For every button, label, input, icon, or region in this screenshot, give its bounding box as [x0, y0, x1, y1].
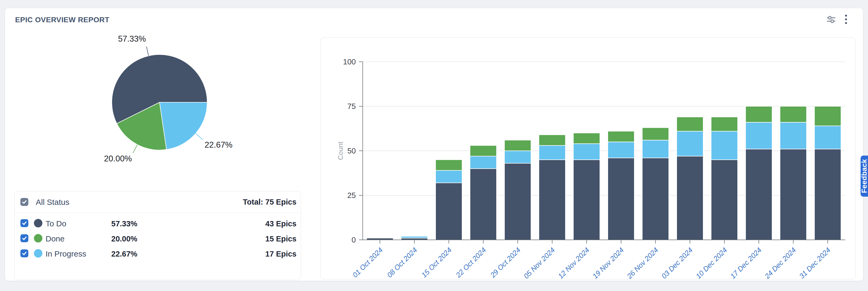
status-percent: 57.33%	[111, 220, 137, 228]
bar-segment-to-do[interactable]	[780, 149, 807, 240]
bar-segment-to-do[interactable]	[814, 149, 841, 240]
bar-segment-in-progress[interactable]	[574, 144, 600, 159]
epic-overview-report-card: EPIC OVERVIEW REPORT 22.67%20.00%57.33%	[5, 8, 863, 281]
pie-slice-label: 20.00%	[104, 154, 132, 163]
epic-count-bar-chart-panel: 01 Oct 202408 Oct 202415 Oct 202422 Oct …	[320, 37, 856, 279]
chart-settings-button[interactable]	[825, 13, 838, 26]
done-checkbox[interactable]	[21, 234, 28, 242]
feedback-label: Feedback	[860, 159, 868, 193]
bar-segment-in-progress[interactable]	[780, 122, 807, 149]
sliders-icon	[827, 14, 836, 24]
status-count: 15 Epics	[265, 235, 297, 243]
x-axis-label: 15 Oct 2024	[420, 246, 453, 279]
x-axis-label: 19 Nov 2024	[591, 246, 625, 279]
x-axis-label: 26 Nov 2024	[625, 246, 660, 279]
bar-segment-to-do[interactable]	[504, 163, 531, 240]
pie-label-connector	[195, 134, 203, 140]
pie-label-connector	[147, 47, 149, 56]
bar-segment-in-progress[interactable]	[539, 146, 565, 160]
y-axis-title: Count	[337, 142, 344, 160]
status-label: In Progress	[45, 250, 86, 258]
bar-segment-to-do[interactable]	[470, 169, 497, 240]
x-axis-label: 17 Dec 2024	[729, 246, 763, 279]
x-axis-label: 29 Oct 2024	[489, 246, 522, 279]
page: { "header": { "title": "EPIC OVERVIEW RE…	[0, 0, 868, 291]
stacked-bar-chart: 01 Oct 202408 Oct 202415 Oct 202422 Oct …	[320, 38, 856, 279]
bar-segment-in-progress[interactable]	[746, 122, 772, 149]
all-status-row: All Status Total: 75 Epics	[14, 191, 301, 212]
divider	[14, 212, 301, 213]
bar-segment-done[interactable]	[677, 117, 703, 131]
check-icon	[23, 252, 26, 255]
status-percent: 20.00%	[111, 235, 137, 243]
pie-label-connector	[133, 144, 137, 153]
more-options-button[interactable]	[840, 13, 852, 26]
bar-segment-done[interactable]	[814, 106, 841, 126]
x-axis-label: 01 Oct 2024	[351, 246, 384, 279]
bar-segment-in-progress[interactable]	[608, 142, 634, 158]
bar-segment-done[interactable]	[608, 131, 634, 142]
bar-segment-done[interactable]	[504, 140, 531, 151]
bar-segment-in-progress[interactable]	[814, 126, 841, 149]
bar-segment-done[interactable]	[470, 146, 497, 156]
bar-segment-done[interactable]	[746, 106, 772, 122]
status-label: Done	[45, 234, 65, 243]
bar-segment-in-progress[interactable]	[436, 170, 462, 183]
check-icon	[23, 201, 26, 203]
y-axis-label: 75	[347, 102, 356, 111]
pie-slice-in-progress[interactable]	[159, 102, 207, 149]
all-status-checkbox[interactable]	[21, 198, 28, 206]
x-axis-label: 24 Dec 2024	[763, 246, 798, 279]
status-percent: 22.67%	[111, 250, 137, 258]
bar-segment-done[interactable]	[642, 128, 669, 140]
total-epics-label: Total: 75 Epics	[243, 198, 297, 206]
check-icon	[23, 222, 26, 225]
feedback-button[interactable]: Feedback	[861, 155, 868, 197]
bar-segment-done[interactable]	[574, 133, 600, 144]
bar-segment-done[interactable]	[436, 160, 462, 170]
x-axis-label: 12 Nov 2024	[557, 246, 591, 279]
bar-segment-in-progress[interactable]	[504, 151, 531, 163]
status-label: To Do	[45, 219, 66, 228]
to-do-checkbox[interactable]	[21, 219, 28, 227]
bar-segment-done[interactable]	[711, 117, 738, 131]
kebab-menu-icon	[844, 14, 847, 25]
bar-segment-in-progress[interactable]	[677, 131, 703, 156]
bar-segment-to-do[interactable]	[746, 149, 772, 240]
y-axis-label: 25	[347, 191, 356, 200]
bar-segment-to-do[interactable]	[436, 183, 462, 240]
bar-segment-to-do[interactable]	[539, 160, 565, 240]
status-count: 43 Epics	[265, 220, 297, 228]
bar-segment-to-do[interactable]	[367, 238, 393, 240]
bar-segment-in-progress[interactable]	[642, 140, 669, 158]
bar-segment-to-do[interactable]	[642, 158, 669, 240]
bar-segment-to-do[interactable]	[401, 238, 428, 240]
bar-segment-in-progress[interactable]	[470, 156, 497, 169]
status-pie-chart: 22.67%20.00%57.33%	[5, 32, 312, 191]
status-row-to-do: To Do 57.33% 43 Epics	[14, 216, 301, 231]
bar-segment-done[interactable]	[780, 106, 807, 122]
bar-segment-to-do[interactable]	[574, 160, 600, 240]
pie-slice-label: 22.67%	[205, 140, 232, 149]
to-do-color-dot	[34, 219, 42, 227]
y-axis-label: 100	[343, 58, 356, 66]
y-axis-label: 0	[351, 236, 356, 244]
page-title: EPIC OVERVIEW REPORT	[15, 16, 110, 24]
bar-segment-to-do[interactable]	[677, 156, 703, 240]
in-progress-checkbox[interactable]	[21, 250, 28, 257]
status-count: 17 Epics	[265, 250, 297, 258]
in-progress-color-dot	[34, 249, 42, 258]
bar-segment-to-do[interactable]	[608, 158, 634, 240]
bar-segment-done[interactable]	[539, 135, 565, 146]
status-legend-panel: All Status Total: 75 Epics To Do 57.33% …	[14, 191, 301, 280]
x-axis-label: 05 Nov 2024	[522, 246, 556, 279]
x-axis-label: 03 Dec 2024	[660, 246, 694, 279]
all-status-label: All Status	[36, 198, 69, 207]
bar-segment-in-progress[interactable]	[401, 236, 428, 238]
bar-segment-in-progress[interactable]	[711, 131, 738, 160]
pie-slice-label: 57.33%	[118, 34, 146, 43]
status-row-done: Done 20.00% 15 Epics	[14, 231, 301, 246]
bar-segment-to-do[interactable]	[711, 160, 738, 240]
x-axis-label: 08 Oct 2024	[385, 246, 418, 279]
y-axis-label: 50	[347, 147, 356, 155]
